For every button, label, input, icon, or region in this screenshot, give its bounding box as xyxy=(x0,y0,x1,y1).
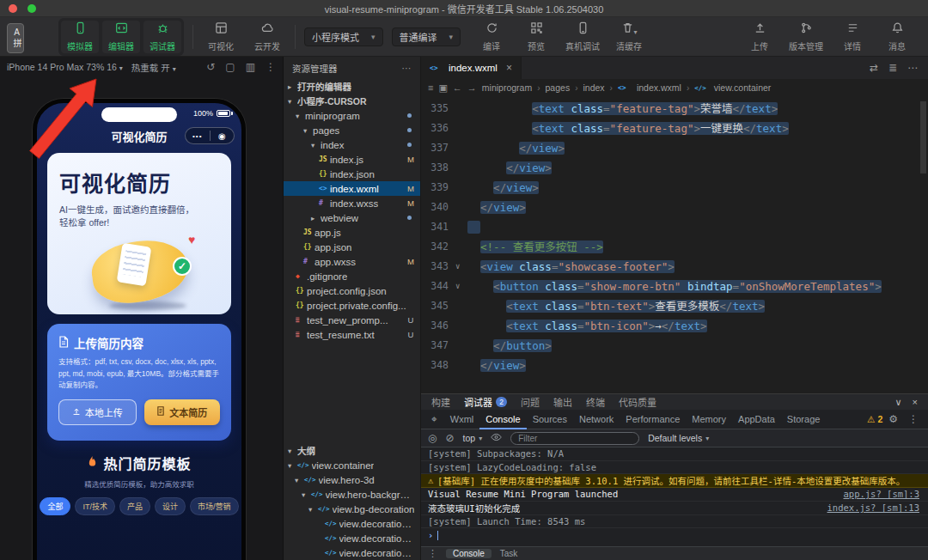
messages-button[interactable]: 消息 xyxy=(882,21,913,53)
rotate-icon[interactable]: ↺ xyxy=(206,61,215,73)
outline-header[interactable]: ▾ 大纲 xyxy=(284,443,420,458)
console-input[interactable]: › xyxy=(421,528,928,542)
preview-button[interactable]: 预览 xyxy=(521,21,552,53)
outline-item-view.decoration-...[interactable]: </>view.decoration-... xyxy=(284,545,420,560)
debugger-toggle-button[interactable]: 调试器 xyxy=(143,21,181,53)
devtools-settings-icon[interactable]: ⚙ xyxy=(884,413,902,425)
breadcrumb-pages[interactable]: pages xyxy=(546,82,571,93)
tree-file-index.wxml[interactable]: <>index.wxmlM xyxy=(284,181,420,196)
clear-cache-button[interactable]: ▾ 清缓存 xyxy=(614,21,644,53)
mode-select[interactable]: 小程序模式▾ xyxy=(304,27,383,46)
line-number[interactable]: 341 xyxy=(421,217,455,237)
template-tag-设计[interactable]: 设计 xyxy=(155,497,186,515)
eye-icon[interactable] xyxy=(491,432,502,444)
line-number[interactable]: 343 xyxy=(421,257,455,277)
outline-item-view.hero-3d[interactable]: ▾</>view.hero-3d xyxy=(284,472,420,487)
visualize-button[interactable]: 可视化 xyxy=(202,21,240,53)
local-upload-button[interactable]: 本地上传 xyxy=(58,399,137,425)
frame-context-select[interactable]: top▾ xyxy=(463,433,483,443)
fold-icon[interactable]: ∨ xyxy=(455,277,467,296)
frame-icon[interactable]: ▢ xyxy=(225,61,235,73)
line-number[interactable]: 340 xyxy=(421,198,455,217)
target-icon[interactable]: ◎ xyxy=(428,432,437,444)
template-tag-市场/营销[interactable]: 市场/营销 xyxy=(190,497,239,515)
panel-tab-代码质量[interactable]: 代码质量 xyxy=(619,395,656,409)
devtools-tab-sources[interactable]: Sources xyxy=(527,410,573,429)
tree-folder-pages[interactable]: ▾pages xyxy=(284,123,420,137)
console-filter-input[interactable] xyxy=(510,432,639,445)
panel-tab-问题[interactable]: 问题 xyxy=(521,395,540,409)
line-number[interactable]: 338 xyxy=(421,158,455,178)
outline-item-view.decoration-...[interactable]: </>view.decoration-... xyxy=(284,531,420,545)
device-frame-icon[interactable]: ▥ xyxy=(246,61,255,73)
footer-more-icon[interactable]: ⋮ xyxy=(428,548,437,559)
tree-folder-index[interactable]: ▾index xyxy=(284,137,420,152)
devtools-tab-wxml[interactable]: Wxml xyxy=(444,410,480,429)
line-number[interactable]: 336 xyxy=(421,119,455,138)
outline-item-view.bg-decoration[interactable]: ▾</>view.bg-decoration xyxy=(284,502,420,516)
nav-back-icon[interactable]: ← xyxy=(453,82,462,93)
tab-index-wxml[interactable]: <> index.wxml × xyxy=(421,57,522,79)
devtools-tab-console[interactable]: Console xyxy=(479,410,526,429)
source-link[interactable]: app.js? [sm]:3 xyxy=(833,489,919,499)
close-tab-icon[interactable]: × xyxy=(506,62,512,74)
devtools-tab-performance[interactable]: Performance xyxy=(620,410,686,429)
open-editors-section[interactable]: ▸ 打开的编辑器 xyxy=(284,79,420,94)
tree-file-app.wxss[interactable]: #app.wxssM xyxy=(284,254,420,269)
version-manage-button[interactable]: 版本管理 xyxy=(789,21,823,53)
hot-reload-toggle[interactable]: 热重载 开 ▾ xyxy=(131,61,176,74)
line-number[interactable]: 346 xyxy=(421,316,455,336)
real-device-debug-button[interactable]: 真机调试 xyxy=(565,21,600,53)
nav-forward-icon[interactable]: → xyxy=(467,82,477,93)
tree-folder-webview[interactable]: ▸webview xyxy=(284,210,420,225)
tree-file-project.config.json[interactable]: {}project.config.json xyxy=(284,283,420,298)
split-editor-icon[interactable]: ⇄ xyxy=(870,62,878,74)
layout-icon[interactable]: ≣ xyxy=(888,62,897,74)
devtools-tab-appdata[interactable]: AppData xyxy=(732,410,781,429)
line-number[interactable]: 337 xyxy=(421,138,455,158)
outline-item-view.hero-backgrou...[interactable]: ▾</>view.hero-backgrou... xyxy=(284,487,420,502)
upload-button[interactable]: 上传 xyxy=(744,21,775,53)
outline-item-view.decoration-...[interactable]: </>view.decoration-... xyxy=(284,516,420,531)
inspect-element-icon[interactable]: ⌖ xyxy=(426,413,443,425)
line-number[interactable]: 339 xyxy=(421,178,455,198)
breadcrumb-file[interactable]: index.wxml xyxy=(637,82,681,93)
log-level-select[interactable]: Default levels▾ xyxy=(648,433,709,443)
panel-tab-输出[interactable]: 输出 xyxy=(553,395,572,409)
clear-console-icon[interactable]: ⊘ xyxy=(445,432,454,444)
tree-folder-miniprogram[interactable]: ▾miniprogram xyxy=(284,108,420,123)
tree-file-test_new_promp...[interactable]: ≣test_new_promp...U xyxy=(284,313,420,327)
panel-tab-终端[interactable]: 终端 xyxy=(586,395,605,409)
editor-scrollbar[interactable] xyxy=(920,101,926,173)
tree-file-test_resume.txt[interactable]: ≣test_resume.txtU xyxy=(284,327,420,342)
line-number[interactable]: 348 xyxy=(421,356,455,375)
devtools-tab-network[interactable]: Network xyxy=(573,410,620,429)
details-button[interactable]: 详情 xyxy=(837,21,868,53)
close-window-button[interactable] xyxy=(9,4,17,13)
tree-file-app.json[interactable]: {}app.json xyxy=(284,240,420,254)
line-number[interactable]: 335 xyxy=(421,99,455,119)
breadcrumb-index[interactable]: index xyxy=(583,82,604,93)
tree-file-index.wxss[interactable]: #index.wxssM xyxy=(284,196,420,210)
source-link[interactable]: index.js? [sm]:13 xyxy=(817,502,919,513)
template-tag-全部[interactable]: 全部 xyxy=(40,497,70,515)
panel-collapse-icon[interactable]: ∨ xyxy=(895,397,902,408)
line-number[interactable]: 342 xyxy=(421,237,455,257)
tree-file-index.json[interactable]: {}index.json xyxy=(284,167,420,181)
line-number[interactable]: 347 xyxy=(421,336,455,356)
line-number[interactable]: 345 xyxy=(421,296,455,316)
template-tag-IT/技术[interactable]: IT/技术 xyxy=(75,497,115,515)
footer-tab-console[interactable]: Console xyxy=(446,549,491,558)
outline-icon[interactable]: ≡ xyxy=(428,82,433,93)
footer-tab-task[interactable]: Task xyxy=(500,549,518,558)
bookmark-icon[interactable]: ▣ xyxy=(438,82,447,94)
breadcrumb-miniprogram[interactable]: miniprogram xyxy=(482,82,532,93)
tree-file-.gitignore[interactable]: ◆.gitignore xyxy=(284,269,420,283)
breadcrumb-symbol[interactable]: view.container xyxy=(714,82,772,93)
line-number[interactable]: 344 xyxy=(421,277,455,296)
fold-icon[interactable]: ∨ xyxy=(455,257,467,277)
more-menu-icon[interactable]: ••• xyxy=(186,132,210,140)
tree-file-index.js[interactable]: JSindex.jsM xyxy=(284,152,420,167)
editor-toggle-button[interactable]: 编辑器 xyxy=(102,21,140,53)
tree-file-app.js[interactable]: JSapp.js xyxy=(284,225,420,240)
